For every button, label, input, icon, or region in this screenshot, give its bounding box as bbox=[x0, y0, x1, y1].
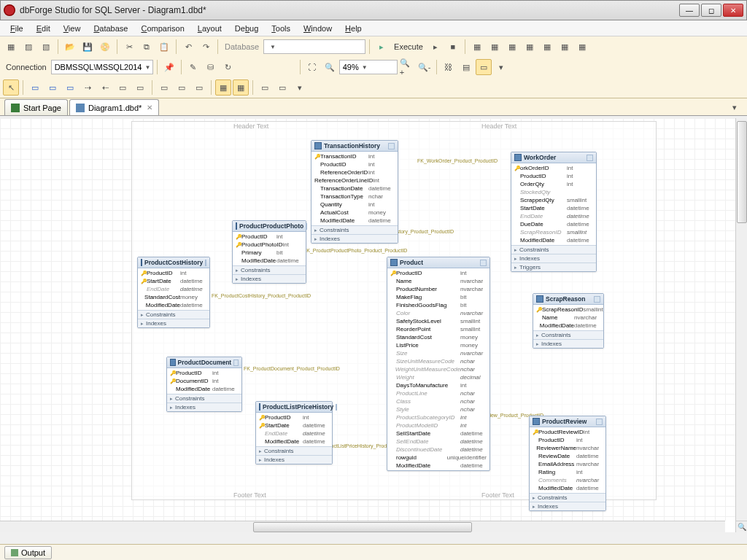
pointer-icon[interactable]: ↖ bbox=[3, 79, 19, 96]
entity-scrap-reason[interactable]: ScrapReason🔑ScrapReasonIDsmallintNamenva… bbox=[533, 293, 604, 349]
entity-product-product-photo[interactable]: ProductProductPhoto🔑ProductIDint🔑Product… bbox=[232, 220, 306, 284]
rel2-tool-icon[interactable]: ⇠ bbox=[97, 79, 113, 96]
zoom-tool-icon[interactable]: 🔍 bbox=[322, 59, 338, 75]
more-icon[interactable]: ▾ bbox=[493, 59, 509, 75]
close-button[interactable]: ✕ bbox=[723, 4, 743, 17]
page-view-icon[interactable]: ▭ bbox=[476, 59, 492, 75]
entity-product[interactable]: Product🔑ProductIDintNamenvarcharProductN… bbox=[387, 257, 490, 471]
execute-icon[interactable]: ▸ bbox=[374, 39, 390, 55]
window-title: dbForge Studio for SQL Server - Diagram1… bbox=[20, 5, 679, 15]
entity-transaction-history[interactable]: TransactionHistory🔑TransactionIDintProdu… bbox=[311, 140, 398, 244]
tab-diagram-label: Diagram1.dbd* bbox=[88, 104, 142, 112]
snap-icon[interactable]: ▦ bbox=[215, 79, 231, 96]
zoom-combo[interactable]: 49%▼ bbox=[339, 60, 398, 74]
diagram-icon bbox=[76, 104, 85, 112]
menu-comparison[interactable]: Comparison bbox=[135, 23, 190, 34]
tab-start-page[interactable]: Start Page bbox=[4, 99, 68, 115]
stop-icon[interactable]: ■ bbox=[445, 39, 461, 55]
grid7-icon[interactable]: ▦ bbox=[574, 39, 590, 55]
note-tool-icon[interactable]: ▭ bbox=[115, 79, 131, 96]
grid6-icon[interactable]: ▦ bbox=[557, 39, 573, 55]
grid2-icon[interactable]: ▦ bbox=[487, 39, 503, 55]
header-text-right: Header Text bbox=[481, 122, 516, 130]
diagram-canvas[interactable]: Header Text Header Text Footer Text Foot… bbox=[0, 118, 735, 521]
shape-icon[interactable]: ▭ bbox=[174, 79, 190, 96]
zoom-corner-icon[interactable]: 🔍 bbox=[735, 521, 747, 532]
open-icon[interactable]: 📂 bbox=[62, 39, 78, 55]
connection-label: Connection bbox=[6, 63, 47, 71]
database-combo[interactable]: ▼ bbox=[263, 39, 365, 54]
output-tab-label: Output bbox=[21, 548, 45, 557]
new-sql-icon[interactable]: ▦ bbox=[3, 39, 19, 55]
menu-layout[interactable]: Layout bbox=[192, 23, 228, 34]
redo-icon[interactable]: ↷ bbox=[198, 39, 214, 55]
print-icon[interactable]: ▭ bbox=[274, 79, 290, 96]
save-icon[interactable]: 💾 bbox=[80, 39, 96, 55]
entity-product-cost-history[interactable]: ProductCostHistory🔑ProductIDint🔑StartDat… bbox=[137, 257, 210, 328]
tab-close-icon[interactable]: ✕ bbox=[147, 104, 152, 112]
new-item-icon[interactable]: ▨ bbox=[20, 39, 36, 55]
stamp-icon[interactable]: ▭ bbox=[132, 79, 148, 96]
menu-debug[interactable]: Debug bbox=[229, 23, 264, 34]
zoom-out-icon[interactable]: 🔍- bbox=[417, 59, 433, 75]
new-item2-icon[interactable]: ▧ bbox=[38, 39, 54, 55]
grid4-icon[interactable]: ▦ bbox=[522, 39, 538, 55]
paste-icon[interactable]: 📋 bbox=[156, 39, 172, 55]
title-bar: dbForge Studio for SQL Server - Diagram1… bbox=[0, 0, 747, 20]
save-all-icon[interactable]: 📀 bbox=[97, 39, 113, 55]
debug-step-icon[interactable]: ▸ bbox=[427, 39, 444, 55]
overflow-icon[interactable]: ▾ bbox=[292, 79, 308, 96]
maximize-button[interactable]: ◻ bbox=[701, 4, 721, 17]
menu-help[interactable]: Help bbox=[339, 23, 368, 34]
rel-document: FK_ProductDocument_Product_ProductID bbox=[244, 366, 340, 371]
menu-file[interactable]: File bbox=[4, 23, 29, 34]
zoom-fit-icon[interactable]: ⛶ bbox=[304, 59, 320, 75]
grid3-icon[interactable]: ▦ bbox=[504, 39, 520, 55]
entity-product-review[interactable]: ProductReview🔑ProductReviewIDintProductI… bbox=[529, 416, 606, 511]
menu-bar: File Edit View Database Comparison Layou… bbox=[0, 20, 747, 36]
align-icon[interactable]: ▭ bbox=[257, 79, 273, 96]
grid5-icon[interactable]: ▦ bbox=[539, 39, 555, 55]
tab-diagram[interactable]: Diagram1.dbd* ✕ bbox=[69, 99, 159, 115]
layout-icon[interactable]: ▤ bbox=[458, 59, 474, 75]
bottom-bar: Output bbox=[0, 544, 747, 560]
table-tool-icon[interactable]: ▭ bbox=[62, 79, 78, 96]
grid-icon[interactable]: ▦ bbox=[233, 79, 249, 96]
undo-icon[interactable]: ↶ bbox=[180, 39, 196, 55]
entity-tool-icon[interactable]: ▭ bbox=[27, 79, 43, 96]
minimize-button[interactable]: — bbox=[679, 4, 700, 17]
connection-combo[interactable]: DBMSSQL\MSSQL2014▼ bbox=[51, 60, 153, 74]
entity-product-list-price-history[interactable]: ProductListPriceHistory🔑ProductIDint🔑Sta… bbox=[255, 401, 333, 464]
menu-window[interactable]: Window bbox=[298, 23, 338, 34]
tabs-dropdown-icon[interactable]: ▾ bbox=[727, 99, 743, 115]
vertical-scrollbar[interactable] bbox=[735, 118, 747, 521]
grid1-icon[interactable]: ▦ bbox=[469, 39, 485, 55]
toolbar-row-2: Connection DBMSSQL\MSSQL2014▼ 📌 ✎ ⛁ ↻ ⛶ … bbox=[0, 57, 747, 77]
rel-tool-icon[interactable]: ⇢ bbox=[80, 79, 96, 96]
horizontal-scrollbar[interactable] bbox=[0, 521, 725, 532]
header-text-left: Header Text bbox=[233, 122, 268, 130]
entity-work-order[interactable]: WorkOrder🔑orkOrderIDintProductIDintOrder… bbox=[511, 152, 597, 272]
app-icon bbox=[4, 4, 15, 16]
refresh-icon[interactable]: ↻ bbox=[220, 59, 236, 75]
menu-edit[interactable]: Edit bbox=[31, 23, 56, 34]
image-icon[interactable]: ▭ bbox=[191, 79, 207, 96]
zoom-in-icon[interactable]: 🔍+ bbox=[399, 59, 415, 75]
execute-label[interactable]: Execute bbox=[394, 42, 423, 51]
cut-icon[interactable]: ✂ bbox=[121, 39, 137, 55]
pin-icon[interactable]: 📌 bbox=[161, 59, 177, 75]
view-tool-icon[interactable]: ▭ bbox=[44, 79, 61, 96]
tree-icon[interactable]: ⛓ bbox=[441, 59, 457, 75]
copy-icon[interactable]: ⧉ bbox=[139, 39, 155, 55]
rel-costhist: FK_ProductCostHistory_Product_ProductID bbox=[212, 293, 311, 298]
entity-product-document[interactable]: ProductDocument🔑ProductIDint🔑DocumentIDi… bbox=[166, 357, 242, 412]
toolbar-row-3: ↖ ▭ ▭ ▭ ⇢ ⇠ ▭ ▭ ▭ ▭ ▭ ▦ ▦ ▭ ▭ ▾ bbox=[0, 77, 747, 98]
menu-tools[interactable]: Tools bbox=[266, 23, 296, 34]
container-icon[interactable]: ▭ bbox=[156, 79, 172, 96]
menu-database[interactable]: Database bbox=[88, 23, 133, 34]
menu-view[interactable]: View bbox=[58, 23, 87, 34]
output-tab[interactable]: Output bbox=[4, 546, 52, 559]
footer-text-right: Footer Text bbox=[481, 491, 514, 499]
edit-icon[interactable]: ✎ bbox=[185, 59, 201, 75]
db-icon[interactable]: ⛁ bbox=[203, 59, 219, 75]
